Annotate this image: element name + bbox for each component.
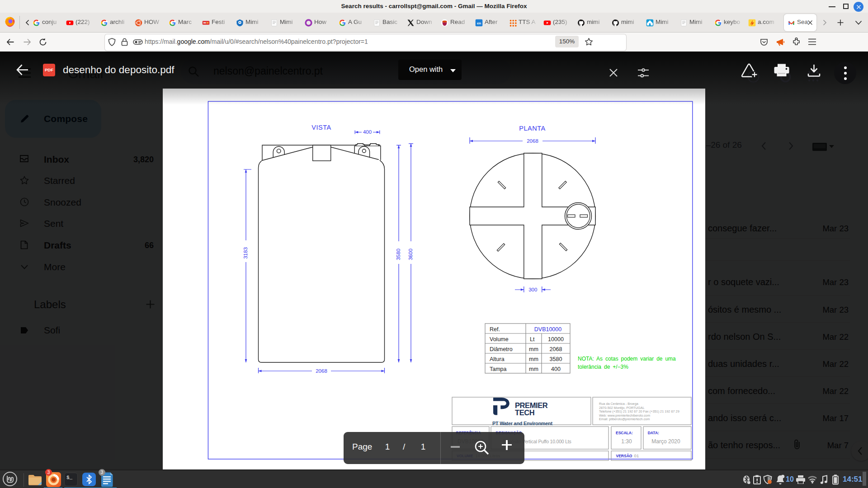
svg-text:TECH: TECH [515, 408, 534, 417]
svg-text:VISTA: VISTA [311, 124, 331, 131]
svg-text:2068: 2068 [550, 346, 562, 352]
svg-text:3580: 3580 [550, 356, 562, 362]
svg-text:400: 400 [363, 129, 372, 135]
svg-text:mm: mm [529, 346, 538, 352]
svg-text:mm: mm [529, 366, 538, 372]
svg-text:Lt: Lt [530, 336, 535, 343]
svg-text:VERSÃO: VERSÃO [616, 454, 632, 458]
svg-text:2068: 2068 [316, 368, 327, 374]
svg-text:2068: 2068 [527, 138, 538, 144]
svg-text:en: en [476, 21, 481, 25]
svg-text:mm: mm [529, 356, 538, 362]
svg-text:PT Water and Environment: PT Water and Environment [492, 421, 552, 426]
svg-text:Altura: Altura [490, 356, 505, 362]
svg-text:ESCALA:: ESCALA: [616, 431, 633, 435]
svg-text:3183: 3183 [243, 247, 248, 259]
svg-text:3580: 3580 [396, 249, 401, 260]
svg-text:Tampa: Tampa [490, 366, 507, 372]
svg-text:Email: ptiberoto@premiertech.c: Email: ptiberoto@premiertech.com [599, 417, 650, 421]
svg-text:PLANTA: PLANTA [519, 125, 545, 132]
svg-text:1:30: 1:30 [621, 438, 632, 445]
svg-text:Ref.: Ref. [490, 326, 500, 333]
svg-text:10000: 10000 [548, 336, 564, 343]
svg-text:DVB10000: DVB10000 [534, 326, 562, 333]
svg-text:NOTA: As cotas podem variar de: NOTA: As cotas podem variar de uma [578, 356, 676, 362]
svg-text:DATA:: DATA: [648, 431, 659, 435]
svg-text:300: 300 [528, 287, 537, 292]
svg-text:tolerância de +/−3%: tolerância de +/−3% [578, 364, 628, 370]
svg-text:Diâmetro: Diâmetro [490, 346, 513, 352]
svg-text:Março 2020: Março 2020 [651, 438, 680, 445]
svg-text:Volume: Volume [490, 336, 509, 343]
svg-text:3600: 3600 [408, 249, 413, 260]
svg-text:01: 01 [634, 453, 639, 458]
svg-text:400: 400 [551, 366, 561, 372]
